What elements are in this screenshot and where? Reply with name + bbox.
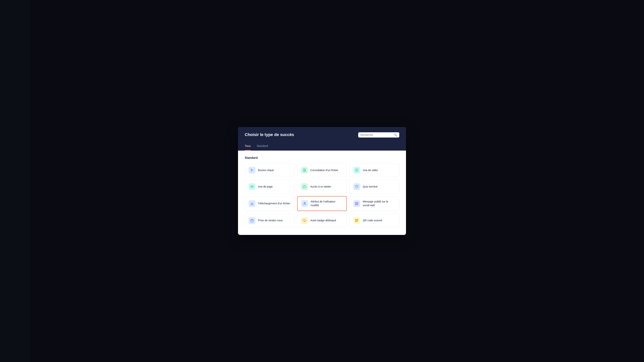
- card-label: Accès à un atelier: [310, 185, 331, 189]
- card-autre-badge[interactable]: Autre badge débloqué: [297, 214, 347, 227]
- play-icon: [353, 167, 360, 174]
- card-label: Quiz terminé: [363, 185, 378, 189]
- card-label: QR code scanné: [363, 219, 382, 222]
- eye-icon: [249, 183, 255, 190]
- tab-tous[interactable]: Tous: [245, 143, 251, 151]
- card-qr-code[interactable]: QR code scanné: [350, 214, 399, 227]
- calendar-icon: [249, 217, 255, 224]
- modal: Choisir le type de succès 🔍 × Tous Stand…: [238, 127, 406, 235]
- card-label: Consultation d'un fichier: [310, 168, 338, 172]
- card-acces-atelier[interactable]: Accès à un atelier: [297, 180, 347, 194]
- modal-title: Choisir le type de succès: [245, 132, 294, 137]
- card-label: Vue de page: [258, 185, 273, 189]
- card-label: Message publié sur le social wall: [363, 200, 395, 207]
- camera-icon: [301, 183, 308, 190]
- card-label: Bouton cliqué: [258, 168, 274, 172]
- search-area: 🔍: [358, 132, 399, 137]
- user-icon: [301, 200, 308, 207]
- card-label: Prise de rendez-vous: [258, 219, 282, 222]
- card-message-social[interactable]: Message publié sur le social wall: [350, 196, 399, 211]
- doc-icon: [301, 167, 308, 174]
- download-icon: [249, 200, 255, 207]
- close-button[interactable]: ×: [396, 131, 402, 137]
- cursor-icon: [249, 167, 255, 174]
- modal-overlay: Choisir le type de succès 🔍 × Tous Stand…: [0, 0, 644, 362]
- image-icon: [353, 200, 360, 207]
- svg-rect-22: [356, 221, 356, 222]
- card-quiz-termine[interactable]: Quiz terminé: [350, 180, 399, 194]
- card-telechargement-fichier[interactable]: Téléchargement d'un fichier: [245, 196, 294, 211]
- card-label: Autre badge débloqué: [310, 219, 336, 222]
- svg-point-4: [252, 186, 252, 187]
- tab-standard[interactable]: Standard: [257, 143, 268, 151]
- svg-rect-5: [303, 186, 306, 188]
- question-icon: [353, 183, 360, 190]
- svg-marker-3: [356, 170, 358, 171]
- svg-rect-20: [356, 219, 356, 220]
- card-vue-video[interactable]: Vue de vidéo: [350, 163, 399, 177]
- card-attribut-utilisateur[interactable]: Attribut de l'utilisateur modifié: [297, 196, 347, 211]
- modal-header: Choisir le type de succès 🔍 × Tous Stand…: [238, 127, 406, 151]
- card-bouton-clique[interactable]: Bouton cliqué: [245, 163, 294, 177]
- svg-point-9: [304, 202, 305, 203]
- search-input[interactable]: [360, 133, 393, 136]
- card-label: Attribut de l'utilisateur modifié: [310, 200, 343, 207]
- section-title: Standard: [245, 156, 399, 160]
- qr-icon: [353, 217, 360, 224]
- svg-rect-21: [357, 219, 358, 220]
- cards-grid: Bouton cliqué Consultation d'un fichier …: [245, 163, 399, 227]
- modal-body: Standard Bouton cliqué Consultation d'un…: [238, 151, 406, 235]
- svg-rect-12: [251, 219, 253, 222]
- card-vue-page[interactable]: Vue de page: [245, 180, 294, 194]
- card-label: Téléchargement d'un fichier: [258, 202, 290, 205]
- card-prise-rendez-vous[interactable]: Prise de rendez-vous: [245, 214, 294, 227]
- svg-point-11: [356, 203, 356, 203]
- trophy-icon: [301, 217, 308, 224]
- tabs-row: Tous Standard: [245, 143, 399, 151]
- card-consultation-fichier[interactable]: Consultation d'un fichier: [297, 163, 347, 177]
- card-label: Vue de vidéo: [363, 168, 378, 172]
